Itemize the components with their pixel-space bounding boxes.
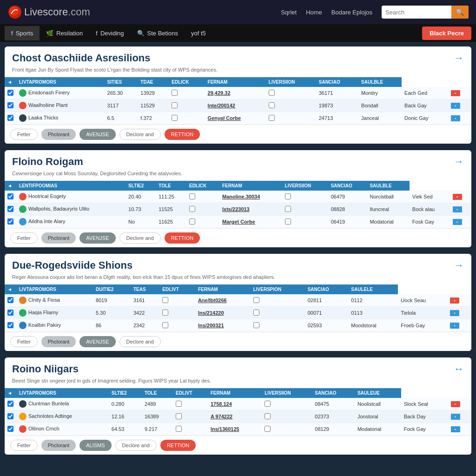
edlick-check[interactable] [189,193,195,199]
edlick-check2[interactable] [269,90,275,96]
edlick-check2[interactable] [285,206,291,212]
action-btn-average[interactable]: AVENJSE [79,232,115,244]
action-btn-filter[interactable]: Fetter [10,232,38,244]
row-edlick[interactable]: 1758.124 [208,398,262,410]
action-btn-retention[interactable]: RETTION [165,232,200,244]
team-logo [19,102,26,109]
col-sanciao: SANCIAO [328,181,367,191]
action-btn-delete[interactable]: Declore and [119,336,161,347]
edlick-check[interactable] [162,310,168,316]
row-edlick-checkbox [169,99,205,112]
edlick-check2[interactable] [264,401,271,407]
action-btn-placeholder[interactable]: Phclorant [41,336,76,347]
row-edlick[interactable]: A 974222 [208,410,262,423]
row-edlick[interactable]: lns/200321 [195,319,251,332]
edlick-check2[interactable] [264,426,271,432]
action-btn-retention[interactable]: RETTION [160,440,196,451]
action-btn-retention[interactable]: RETTION [165,129,200,140]
action-btn-filter[interactable]: Fetter [10,129,38,140]
data-table-section1: ◄LIVTAPROMORSSITIESTDAEEDLICKFERNAMLIVER… [5,77,471,125]
navbar-ste-betions[interactable]: 🔍 Ste Betions [131,26,185,40]
edlick-check[interactable] [176,413,182,419]
row-checkbox[interactable] [7,102,13,108]
row-edlick-check2 [251,319,305,332]
section-arrow-section1[interactable]: → [454,52,464,64]
action-btn-filter[interactable]: Fetter [10,440,38,451]
search-input[interactable] [382,7,451,18]
team-logo [19,193,26,200]
row-edlick[interactable]: lns/214220 [195,307,251,319]
edlick-check2[interactable] [269,115,275,121]
action-btn-delete[interactable]: Declore and [119,232,161,244]
action-btn-filter[interactable]: Fetter [10,336,38,347]
row-checkbox[interactable] [7,115,13,121]
row-sities: 86 [93,319,131,332]
edlick-check[interactable] [172,115,178,121]
row-checkbox[interactable] [7,193,13,199]
black-price-button[interactable]: Black Pecre [422,26,471,40]
row-edlick[interactable]: Manoline.30034 [219,191,282,203]
action-btn-average[interactable]: ALISMS [79,440,111,451]
action-btn-placeholder[interactable]: Phclorant [41,129,76,140]
row-tdae: 2342 [131,319,159,332]
section-title-section3: Due-Rogedsviide Shions [12,259,132,271]
row-checkbox[interactable] [7,413,13,419]
navbar-deviding[interactable]: f Deviding [89,26,130,40]
row-edlick[interactable]: Ane/lbt0266 [195,294,251,307]
navbar-resilation[interactable]: 🌿 Resilation [40,26,89,40]
edlick-check2[interactable] [253,310,259,316]
row-checkbox[interactable] [7,206,13,212]
action-btn-delete[interactable]: Declore and [119,129,161,140]
row-checkbox[interactable] [7,426,13,432]
navbar-sports[interactable]: f Sports [5,26,40,40]
search-button[interactable]: 🔍 [451,6,469,19]
row-liversiion: 0112 [348,294,398,307]
edlick-check2[interactable] [253,322,259,328]
row-tdae: 3422 [131,307,159,319]
edlick-check[interactable] [162,322,168,328]
action-btn-placeholder[interactable]: Phclorant [41,440,76,451]
action-btn-average[interactable]: AVENJSE [79,129,115,140]
row-edlick-checkbox [186,216,219,228]
edlick-check[interactable] [176,401,182,407]
edlick-check[interactable] [172,90,178,96]
edlick-check2[interactable] [285,218,291,225]
edlick-check[interactable] [189,218,195,225]
edlick-check2[interactable] [264,413,271,419]
edlick-check2[interactable] [253,297,259,303]
row-edlick[interactable]: lnte/200142 [205,99,266,112]
row-edlick[interactable]: Marget Corbe [219,216,282,228]
row-sities: 0.280 [109,398,142,410]
edlick-check[interactable] [176,426,182,432]
navbar-yof[interactable]: yof t5 [185,26,212,40]
nav-home[interactable]: Home [306,9,322,16]
row-checkbox[interactable] [7,401,13,407]
edlick-check2[interactable] [285,193,291,199]
edlick-check2[interactable] [269,102,275,108]
section-arrow-section4[interactable]: ↔ [454,363,464,375]
row-edlick[interactable]: lxts/223013 [219,203,282,216]
row-checkbox[interactable] [7,90,13,96]
edlick-check[interactable] [172,102,178,108]
row-checkbox[interactable] [7,310,13,316]
action-btn-delete[interactable]: Declore and [115,440,157,451]
row-edlick[interactable]: 29,429.32 [205,87,266,99]
section-arrow-section2[interactable]: → [454,156,464,168]
row-sanciao: Each Ged [402,87,448,99]
action-btn-average[interactable]: AVENJSE [79,336,115,347]
nav-bodare[interactable]: Bodare Eplojos [331,9,372,16]
row-checkbox[interactable] [7,218,13,225]
row-edlick-checkbox [173,410,208,423]
row-edlick[interactable]: lns/1360125 [208,423,262,436]
row-edlick-check2 [266,87,316,99]
action-btn-placeholder[interactable]: Phclorant [41,232,76,244]
row-sities: 12.16 [109,410,142,423]
row-checkbox[interactable] [7,322,13,328]
row-checkbox[interactable] [7,297,13,303]
row-edlick[interactable]: Genyal Corbe [205,112,266,125]
nav-sqrlet[interactable]: Sqrlet [281,9,297,16]
row-name: Koalbin Pakiry [16,319,93,332]
edlick-check[interactable] [162,297,168,303]
edlick-check[interactable] [189,206,195,212]
section-arrow-section3[interactable]: → [454,259,464,271]
